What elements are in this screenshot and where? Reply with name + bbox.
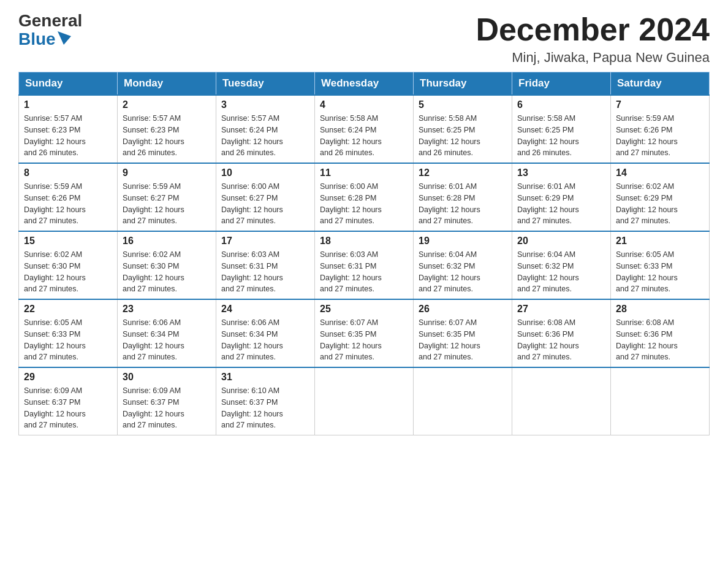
table-cell: 28Sunrise: 6:08 AMSunset: 6:36 PMDayligh… — [611, 299, 710, 367]
table-cell: 13Sunrise: 6:01 AMSunset: 6:29 PMDayligh… — [512, 163, 611, 231]
table-cell: 21Sunrise: 6:05 AMSunset: 6:33 PMDayligh… — [611, 231, 710, 299]
day-info: Sunrise: 6:07 AMSunset: 6:35 PMDaylight:… — [419, 317, 507, 363]
day-info: Sunrise: 6:08 AMSunset: 6:36 PMDaylight:… — [616, 317, 704, 363]
day-info: Sunrise: 5:58 AMSunset: 6:24 PMDaylight:… — [320, 113, 408, 159]
day-number: 2 — [123, 99, 211, 110]
table-cell: 20Sunrise: 6:04 AMSunset: 6:32 PMDayligh… — [512, 231, 611, 299]
week-row-4: 22Sunrise: 6:05 AMSunset: 6:33 PMDayligh… — [19, 299, 710, 367]
calendar-location: Minj, Jiwaka, Papua New Guinea — [476, 50, 710, 66]
day-number: 22 — [24, 304, 112, 315]
day-number: 30 — [123, 372, 211, 383]
day-info: Sunrise: 6:02 AMSunset: 6:29 PMDaylight:… — [616, 181, 704, 227]
day-number: 29 — [24, 372, 112, 383]
header-wednesday: Wednesday — [315, 72, 414, 96]
day-info: Sunrise: 6:05 AMSunset: 6:33 PMDaylight:… — [24, 317, 112, 363]
day-info: Sunrise: 6:03 AMSunset: 6:31 PMDaylight:… — [320, 249, 408, 295]
day-number: 26 — [419, 304, 507, 315]
day-info: Sunrise: 5:57 AMSunset: 6:23 PMDaylight:… — [123, 113, 211, 159]
table-cell: 15Sunrise: 6:02 AMSunset: 6:30 PMDayligh… — [19, 231, 118, 299]
day-number: 24 — [221, 304, 309, 315]
day-number: 13 — [517, 167, 605, 178]
week-row-5: 29Sunrise: 6:09 AMSunset: 6:37 PMDayligh… — [19, 367, 710, 435]
table-cell: 31Sunrise: 6:10 AMSunset: 6:37 PMDayligh… — [216, 367, 315, 435]
day-info: Sunrise: 5:59 AMSunset: 6:27 PMDaylight:… — [123, 181, 211, 227]
day-info: Sunrise: 5:58 AMSunset: 6:25 PMDaylight:… — [419, 113, 507, 159]
weekday-header-row: Sunday Monday Tuesday Wednesday Thursday… — [19, 72, 710, 96]
table-cell: 6Sunrise: 5:58 AMSunset: 6:25 PMDaylight… — [512, 95, 611, 163]
day-info: Sunrise: 5:57 AMSunset: 6:24 PMDaylight:… — [221, 113, 309, 159]
day-info: Sunrise: 5:59 AMSunset: 6:26 PMDaylight:… — [616, 113, 704, 159]
table-cell: 29Sunrise: 6:09 AMSunset: 6:37 PMDayligh… — [19, 367, 118, 435]
header-friday: Friday — [512, 72, 611, 96]
logo: General Blue — [18, 12, 82, 49]
day-info: Sunrise: 6:09 AMSunset: 6:37 PMDaylight:… — [123, 385, 211, 431]
table-cell: 1Sunrise: 5:57 AMSunset: 6:23 PMDaylight… — [19, 95, 118, 163]
day-number: 9 — [123, 167, 211, 178]
page-header: General Blue December 2024 Minj, Jiwaka,… — [18, 12, 710, 66]
day-info: Sunrise: 5:58 AMSunset: 6:25 PMDaylight:… — [517, 113, 605, 159]
table-cell — [512, 367, 611, 435]
table-cell: 16Sunrise: 6:02 AMSunset: 6:30 PMDayligh… — [118, 231, 216, 299]
day-number: 25 — [320, 304, 408, 315]
day-number: 8 — [24, 167, 112, 178]
table-cell — [611, 367, 710, 435]
table-cell: 22Sunrise: 6:05 AMSunset: 6:33 PMDayligh… — [19, 299, 118, 367]
day-info: Sunrise: 6:09 AMSunset: 6:37 PMDaylight:… — [24, 385, 112, 431]
day-info: Sunrise: 6:00 AMSunset: 6:27 PMDaylight:… — [221, 181, 309, 227]
day-number: 23 — [123, 304, 211, 315]
day-info: Sunrise: 6:05 AMSunset: 6:33 PMDaylight:… — [616, 249, 704, 295]
day-info: Sunrise: 6:04 AMSunset: 6:32 PMDaylight:… — [517, 249, 605, 295]
table-cell — [414, 367, 512, 435]
table-cell: 5Sunrise: 5:58 AMSunset: 6:25 PMDaylight… — [414, 95, 512, 163]
day-number: 20 — [517, 236, 605, 247]
day-number: 19 — [419, 236, 507, 247]
logo-triangle-icon — [58, 31, 71, 45]
table-cell: 11Sunrise: 6:00 AMSunset: 6:28 PMDayligh… — [315, 163, 414, 231]
day-number: 5 — [419, 99, 507, 110]
calendar-title: December 2024 — [476, 12, 710, 47]
header-tuesday: Tuesday — [216, 72, 315, 96]
logo-general-text: General — [18, 12, 82, 29]
week-row-3: 15Sunrise: 6:02 AMSunset: 6:30 PMDayligh… — [19, 231, 710, 299]
day-number: 31 — [221, 372, 309, 383]
day-info: Sunrise: 6:06 AMSunset: 6:34 PMDaylight:… — [123, 317, 211, 363]
day-info: Sunrise: 6:07 AMSunset: 6:35 PMDaylight:… — [320, 317, 408, 363]
day-number: 18 — [320, 236, 408, 247]
table-cell: 9Sunrise: 5:59 AMSunset: 6:27 PMDaylight… — [118, 163, 216, 231]
day-info: Sunrise: 6:01 AMSunset: 6:28 PMDaylight:… — [419, 181, 507, 227]
day-number: 14 — [616, 167, 704, 178]
header-sunday: Sunday — [19, 72, 118, 96]
week-row-1: 1Sunrise: 5:57 AMSunset: 6:23 PMDaylight… — [19, 95, 710, 163]
svg-marker-0 — [58, 31, 71, 45]
table-cell: 4Sunrise: 5:58 AMSunset: 6:24 PMDaylight… — [315, 95, 414, 163]
table-cell: 12Sunrise: 6:01 AMSunset: 6:28 PMDayligh… — [414, 163, 512, 231]
table-cell: 24Sunrise: 6:06 AMSunset: 6:34 PMDayligh… — [216, 299, 315, 367]
table-cell: 2Sunrise: 5:57 AMSunset: 6:23 PMDaylight… — [118, 95, 216, 163]
title-block: December 2024 Minj, Jiwaka, Papua New Gu… — [476, 12, 710, 66]
table-cell: 23Sunrise: 6:06 AMSunset: 6:34 PMDayligh… — [118, 299, 216, 367]
day-number: 21 — [616, 236, 704, 247]
calendar-table: Sunday Monday Tuesday Wednesday Thursday… — [18, 72, 710, 435]
day-info: Sunrise: 6:08 AMSunset: 6:36 PMDaylight:… — [517, 317, 605, 363]
table-cell — [315, 367, 414, 435]
header-saturday: Saturday — [611, 72, 710, 96]
table-cell: 3Sunrise: 5:57 AMSunset: 6:24 PMDaylight… — [216, 95, 315, 163]
table-cell: 30Sunrise: 6:09 AMSunset: 6:37 PMDayligh… — [118, 367, 216, 435]
day-info: Sunrise: 6:06 AMSunset: 6:34 PMDaylight:… — [221, 317, 309, 363]
logo-blue-text: Blue — [18, 29, 56, 49]
table-cell: 25Sunrise: 6:07 AMSunset: 6:35 PMDayligh… — [315, 299, 414, 367]
day-info: Sunrise: 6:00 AMSunset: 6:28 PMDaylight:… — [320, 181, 408, 227]
day-info: Sunrise: 5:57 AMSunset: 6:23 PMDaylight:… — [24, 113, 112, 159]
header-thursday: Thursday — [414, 72, 512, 96]
table-cell: 10Sunrise: 6:00 AMSunset: 6:27 PMDayligh… — [216, 163, 315, 231]
day-number: 7 — [616, 99, 704, 110]
day-number: 16 — [123, 236, 211, 247]
table-cell: 18Sunrise: 6:03 AMSunset: 6:31 PMDayligh… — [315, 231, 414, 299]
day-number: 10 — [221, 167, 309, 178]
day-info: Sunrise: 6:03 AMSunset: 6:31 PMDaylight:… — [221, 249, 309, 295]
day-number: 27 — [517, 304, 605, 315]
week-row-2: 8Sunrise: 5:59 AMSunset: 6:26 PMDaylight… — [19, 163, 710, 231]
day-info: Sunrise: 6:10 AMSunset: 6:37 PMDaylight:… — [221, 385, 309, 431]
day-number: 28 — [616, 304, 704, 315]
day-info: Sunrise: 6:02 AMSunset: 6:30 PMDaylight:… — [24, 249, 112, 295]
